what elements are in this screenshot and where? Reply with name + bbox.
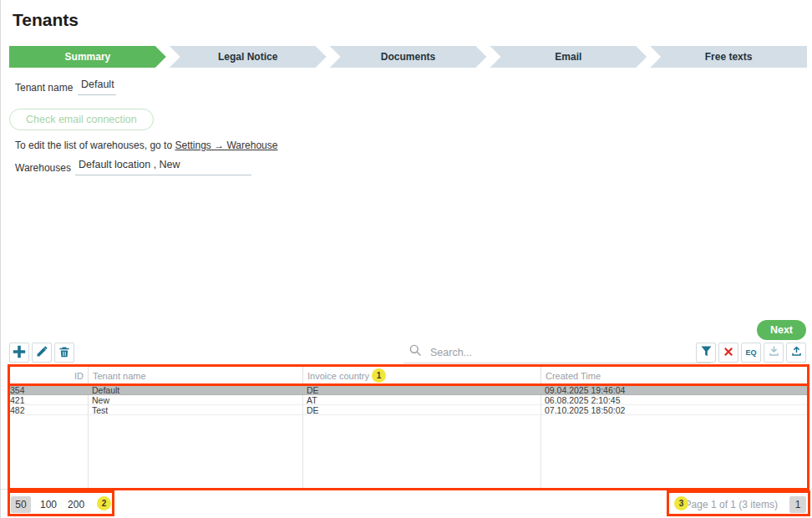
tenant-name-label: Tenant name: [15, 82, 73, 94]
download-icon: [768, 345, 780, 360]
column-header-created-time[interactable]: Created Time: [540, 367, 808, 384]
step-legal-notice[interactable]: Legal Notice: [170, 46, 327, 68]
tenants-grid: ID Tenant name Invoice country Created T…: [9, 366, 809, 489]
plus-icon: [12, 344, 27, 362]
step-label: Legal Notice: [218, 51, 277, 63]
step-documents[interactable]: Documents: [330, 46, 487, 68]
grid-header: ID Tenant name Invoice country Created T…: [10, 367, 808, 385]
grid-toolbar: EQ: [9, 343, 806, 364]
import-button[interactable]: [786, 343, 806, 363]
cell-tenant-name: Test: [88, 405, 302, 415]
funnel-icon: [700, 345, 713, 360]
add-button[interactable]: [9, 343, 29, 363]
grid-body: 354 Default DE 09.04.2025 19:46:04 421 N…: [10, 385, 808, 488]
column-header-invoice-country[interactable]: Invoice country: [302, 367, 540, 384]
step-label: Summary: [65, 51, 111, 63]
table-row[interactable]: 354 Default DE 09.04.2025 19:46:04: [10, 385, 808, 395]
pager-status: Page 1 of 1 (3 items): [685, 499, 778, 510]
upload-icon: [790, 345, 803, 360]
warehouses-label: Warehouses: [15, 162, 71, 174]
cell-created-time: 07.10.2025 18:50:02: [540, 405, 808, 415]
export-button[interactable]: [764, 343, 784, 363]
filter-button[interactable]: [696, 343, 716, 363]
column-header-tenant-name[interactable]: Tenant name: [88, 367, 302, 384]
edit-button[interactable]: [32, 343, 52, 363]
step-free-texts[interactable]: Free texts: [650, 46, 807, 68]
cell-invoice-country: DE: [302, 405, 540, 415]
warehouses-hint: To edit the list of warehouses, go to Se…: [15, 140, 277, 151]
pager-info: Page 1 of 1 (3 items) 1: [685, 496, 806, 513]
cell-invoice-country: AT: [302, 395, 540, 405]
step-label: Free texts: [705, 51, 753, 63]
pager-bar: 50 100 200 Page 1 of 1 (3 items) 1: [1, 489, 812, 518]
settings-warehouse-link[interactable]: Settings → Warehouse: [175, 140, 277, 151]
cell-tenant-name: New: [88, 395, 302, 405]
cell-tenant-name: Default: [88, 385, 302, 395]
delete-button[interactable]: [54, 343, 74, 363]
check-email-connection-button[interactable]: Check email connection: [9, 109, 154, 130]
pencil-icon: [36, 345, 48, 360]
step-summary[interactable]: Summary: [9, 46, 166, 68]
grid-action-buttons: [9, 343, 74, 363]
tenant-name-input[interactable]: Default: [78, 79, 116, 95]
column-search-button[interactable]: EQ: [741, 343, 761, 363]
step-label: Documents: [381, 51, 435, 63]
page-size-selector: 50 100 200: [11, 496, 86, 513]
cell-id: 421: [10, 395, 88, 405]
cell-id: 354: [10, 385, 88, 395]
warehouses-input[interactable]: Default location , New: [75, 159, 251, 175]
step-email[interactable]: Email: [490, 46, 647, 68]
column-header-id[interactable]: ID: [10, 367, 88, 384]
cell-created-time: 09.04.2025 19:46:04: [540, 385, 808, 395]
search-input[interactable]: [430, 347, 711, 358]
page-size-50[interactable]: 50: [11, 496, 31, 513]
step-label: Email: [555, 51, 581, 63]
trash-icon: [58, 346, 70, 360]
grid-filter-buttons: EQ: [696, 343, 806, 363]
search-box: [403, 343, 711, 363]
search-icon: [403, 343, 430, 363]
table-row[interactable]: 482 Test DE 07.10.2025 18:50:02: [10, 405, 808, 415]
cell-id: 482: [10, 405, 88, 415]
cell-invoice-country: DE: [302, 385, 540, 395]
cell-created-time: 06.08.2025 2:10:45: [540, 395, 808, 405]
wizard-stepper: Summary Legal Notice Documents Email Fre…: [9, 46, 807, 68]
tenants-page: Tenants Summary Legal Notice Documents E…: [0, 0, 812, 518]
page-1-button[interactable]: 1: [789, 496, 806, 513]
clear-filter-button[interactable]: [718, 343, 738, 363]
red-x-icon: [723, 346, 734, 360]
next-button[interactable]: Next: [757, 320, 806, 340]
page-size-200[interactable]: 200: [66, 496, 86, 513]
page-title: Tenants: [13, 10, 79, 30]
page-size-100[interactable]: 100: [38, 496, 58, 513]
eq-search-icon: EQ: [745, 348, 756, 357]
table-row[interactable]: 421 New AT 06.08.2025 2:10:45: [10, 395, 808, 405]
warehouses-hint-text: To edit the list of warehouses, go to: [15, 140, 172, 151]
